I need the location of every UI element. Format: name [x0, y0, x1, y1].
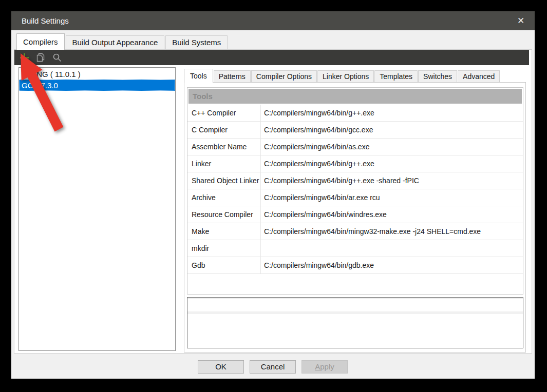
detail-tabbar: Tools Patterns Compiler Options Linker O… [184, 69, 500, 82]
row-label: Assembler Name [187, 139, 260, 155]
message-box [187, 297, 523, 348]
build-settings-dialog: Build Settings ✕ Compilers Build Output … [11, 11, 535, 379]
row-label: Shared Object Linker [187, 172, 260, 189]
tab-linker-options[interactable]: Linker Options [317, 70, 374, 82]
list-item-clang[interactable]: CLANG ( 11.0.1 ) [19, 68, 175, 80]
tab-compiler-options[interactable]: Compiler Options [251, 70, 317, 82]
row-label: C++ Compiler [187, 105, 260, 121]
message-box-row [187, 298, 523, 299]
row-value[interactable]: C:/compilers/mingw64/bin/gcc.exe [260, 122, 523, 138]
search-icon[interactable] [51, 52, 63, 63]
tab-tools[interactable]: Tools [184, 69, 213, 83]
row-label: Linker [187, 155, 260, 172]
apply-mnemonic: A [315, 362, 320, 371]
message-box-row [187, 311, 523, 314]
row-label: C Compiler [187, 122, 260, 138]
row-label: Make [187, 223, 260, 240]
tab-build-systems[interactable]: Build Systems [165, 35, 228, 49]
main-tabbar: Compilers Build Output Appearance Build … [16, 30, 535, 49]
table-row: mkdir [187, 240, 523, 257]
row-value[interactable]: C:/compilers/mingw64/bin/g++.exe [260, 105, 523, 121]
compiler-toolbar [14, 50, 529, 65]
row-value[interactable]: C:/compilers/mingw64/bin/g++.exe -shared… [260, 172, 523, 189]
row-value[interactable]: C:/compilers/mingw64/bin/gdb.exe [260, 257, 523, 273]
tab-patterns[interactable]: Patterns [214, 70, 251, 82]
cancel-button[interactable]: Cancel [250, 360, 296, 374]
close-icon[interactable]: ✕ [514, 15, 527, 27]
compilers-tab-page: CLANG ( 11.0.1 ) GCC 7.3.0 Tools Pattern… [14, 49, 532, 354]
table-row: C++ Compiler C:/compilers/mingw64/bin/g+… [187, 105, 523, 122]
row-value[interactable]: C:/compilers/mingw64/bin/mingw32-make.ex… [260, 223, 523, 240]
row-label: Archive [187, 189, 260, 206]
tools-table-header: Tools [188, 89, 522, 104]
compiler-list[interactable]: CLANG ( 11.0.1 ) GCC 7.3.0 [18, 67, 176, 351]
table-row: Resource Compiler C:/compilers/mingw64/b… [187, 206, 523, 223]
tab-switches[interactable]: Switches [418, 70, 457, 82]
window-title: Build Settings [11, 16, 69, 25]
dialog-footer: OK Cancel Apply [11, 354, 535, 379]
table-row: Gdb C:/compilers/mingw64/bin/gdb.exe [187, 257, 523, 274]
add-icon[interactable] [18, 52, 30, 63]
tools-table: Tools C++ Compiler C:/compilers/mingw64/… [187, 87, 523, 295]
tools-tab-page: Tools C++ Compiler C:/compilers/mingw64/… [184, 82, 526, 352]
row-value[interactable]: C:/compilers/mingw64/bin/as.exe [260, 139, 523, 155]
table-row: C Compiler C:/compilers/mingw64/bin/gcc.… [187, 122, 523, 139]
row-value[interactable]: C:/compilers/mingw64/bin/ar.exe rcu [260, 189, 523, 206]
row-label: Gdb [187, 257, 260, 273]
row-value[interactable] [260, 240, 523, 257]
tab-build-output-appearance[interactable]: Build Output Appearance [66, 35, 165, 49]
table-row: Make C:/compilers/mingw64/bin/mingw32-ma… [187, 223, 523, 240]
table-row: Assembler Name C:/compilers/mingw64/bin/… [187, 139, 523, 155]
clone-icon[interactable] [35, 52, 46, 63]
apply-rest: pply [320, 362, 334, 371]
table-row: Shared Object Linker C:/compilers/mingw6… [187, 172, 523, 189]
tab-compilers[interactable]: Compilers [16, 33, 65, 50]
apply-button[interactable]: Apply [301, 360, 348, 374]
titlebar[interactable]: Build Settings ✕ [11, 11, 535, 30]
ok-button[interactable]: OK [198, 360, 244, 374]
table-row: Linker C:/compilers/mingw64/bin/g++.exe [187, 155, 523, 172]
list-item-gcc[interactable]: GCC 7.3.0 [19, 80, 175, 91]
row-value[interactable]: C:/compilers/mingw64/bin/g++.exe [260, 155, 523, 172]
row-value[interactable]: C:/compilers/mingw64/bin/windres.exe [260, 206, 523, 223]
table-row: Archive C:/compilers/mingw64/bin/ar.exe … [187, 189, 523, 206]
tab-advanced[interactable]: Advanced [458, 70, 500, 82]
tab-templates[interactable]: Templates [374, 70, 418, 82]
row-label: Resource Compiler [187, 206, 260, 223]
row-label: mkdir [187, 240, 260, 257]
